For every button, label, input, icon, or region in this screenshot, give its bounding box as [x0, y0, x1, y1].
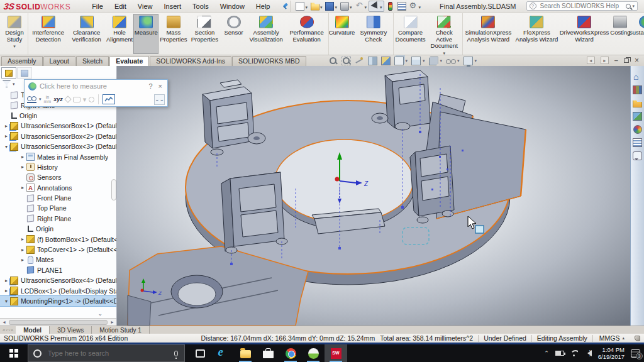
app-chrome[interactable]	[279, 344, 302, 362]
ribbon-button-simulationxpress-analysis-wizard[interactable]: SimulationXpress Analysis Wizard	[464, 14, 513, 54]
expander-expand-icon[interactable]	[19, 257, 26, 263]
doc-tab-3d-views[interactable]: 3D Views	[50, 326, 92, 334]
previous-document-button[interactable]: ◂	[587, 57, 595, 64]
ribbon-button-section-properties[interactable]: Section Properties	[188, 14, 221, 54]
view-settings-icon[interactable]	[464, 57, 473, 65]
expander-expand-icon[interactable]	[3, 123, 10, 129]
tree-item-right-plane[interactable]: Right Plane	[0, 214, 116, 224]
tree-scroll-down-icon[interactable]: ⌄	[97, 310, 103, 317]
tree-item-mates-in-final-assembly[interactable]: Mates in Final Assembly	[0, 151, 116, 162]
expander-expand-icon[interactable]	[19, 236, 26, 242]
ribbon-button-interference-detection[interactable]: Interference Detection	[29, 14, 67, 54]
tree-item-ultrasonicsensorbox-1-default-d[interactable]: UltrasonicSensorBox<1> (Default<D	[0, 121, 116, 131]
ribbon-button-performance-evaluation[interactable]: Performance Evaluation	[286, 14, 328, 54]
home-icon[interactable]	[633, 72, 642, 81]
expander-expand-icon[interactable]	[19, 164, 26, 170]
expander-expand-icon[interactable]	[3, 133, 10, 139]
tree-item-annotations[interactable]: Annotations	[0, 183, 116, 193]
arc-measure-icon[interactable]	[27, 96, 36, 103]
settings-button[interactable]	[408, 1, 423, 11]
help-search[interactable]: ? ▾	[526, 1, 638, 11]
zoom-fit-icon[interactable]	[328, 57, 338, 65]
previous-view-icon[interactable]	[355, 57, 364, 65]
scrollbar-thumb[interactable]	[9, 320, 108, 325]
scene-pages-icon[interactable]	[394, 57, 404, 65]
start-button[interactable]	[0, 344, 28, 362]
tree-item-front-plane[interactable]: Front Plane	[0, 193, 116, 203]
custom-properties-icon[interactable]	[633, 138, 642, 147]
taskbar-search-input[interactable]	[47, 349, 169, 358]
menu-insert[interactable]: Insert	[159, 1, 187, 11]
tab-assembly[interactable]: Assembly	[1, 56, 43, 66]
last-tab-icon[interactable]: »	[11, 327, 13, 333]
ribbon-button-compare-documents[interactable]: Compare Documents	[394, 14, 426, 54]
notification-center-icon[interactable]: 3	[631, 349, 640, 358]
display-style-icon[interactable]	[429, 57, 438, 65]
measure-help-icon[interactable]: ?	[147, 82, 153, 90]
document-minimize-button[interactable]: –	[614, 57, 618, 64]
ribbon-button-hole-alignment[interactable]: Hole Alignment	[106, 14, 133, 54]
scroll-right-icon[interactable]: ▸	[108, 319, 116, 325]
microphone-icon[interactable]	[174, 351, 178, 356]
view-orientation-icon[interactable]	[411, 57, 421, 65]
tree-item-ultrasonicsensorbox-2-default-d[interactable]: UltrasonicSensorBox<2> (Default<D	[0, 131, 116, 141]
volume-icon[interactable]	[584, 350, 592, 356]
first-tab-icon[interactable]: «	[3, 327, 5, 333]
tree-item-topcover-1-default-de[interactable]: TopCover<1> -> (Default<<De	[0, 244, 116, 255]
next-tab-icon[interactable]: ›	[8, 327, 10, 333]
arc-measure-caret-icon[interactable]: ▾	[39, 97, 42, 102]
document-close-button[interactable]: ×	[635, 56, 639, 65]
tab-solidworks-add-ins[interactable]: SOLIDWORKS Add-Ins	[150, 56, 231, 66]
tree-item-mates[interactable]: Mates	[0, 255, 116, 265]
app-file-explorer[interactable]	[234, 344, 257, 362]
menu-file[interactable]: File	[87, 1, 108, 11]
app-edge[interactable]	[211, 344, 234, 362]
battery-icon[interactable]	[555, 351, 564, 356]
expander-expand-icon[interactable]	[19, 247, 26, 253]
tab-property-manager[interactable]	[17, 67, 32, 79]
tab-evaluate[interactable]: Evaluate	[109, 56, 149, 66]
design-library-icon[interactable]	[633, 99, 642, 107]
ribbon-button-curvature[interactable]: Curvature	[330, 14, 355, 54]
app-task-view[interactable]	[189, 344, 211, 362]
save-button[interactable]	[324, 1, 338, 11]
prev-tab-icon[interactable]: ‹	[6, 327, 8, 333]
graphics-viewport[interactable]: Z Z	[117, 66, 630, 326]
ribbon-button-floxpress-analysis-wizard[interactable]: FloXpress Analysis Wizard	[513, 14, 560, 54]
dropdown-caret-icon[interactable]: ▾	[406, 58, 408, 63]
appearance-paint-icon[interactable]	[381, 57, 391, 65]
measurement-history-icon[interactable]	[103, 94, 115, 104]
app-sphero[interactable]	[302, 344, 325, 362]
tree-item-origin[interactable]: Origin	[0, 224, 116, 234]
tree-item-plane1[interactable]: PLANE1	[0, 265, 116, 275]
tree-item-origin[interactable]: Origin	[0, 111, 116, 121]
ribbon-button-mass-properties[interactable]: Mass Properties	[158, 14, 188, 54]
ribbon-button-sustainability[interactable]: Sustainability	[633, 14, 644, 54]
tree-horizontal-scrollbar[interactable]: ◂ ▸	[0, 318, 116, 326]
ribbon-button-check-active-document[interactable]: Check Active Document	[426, 14, 462, 54]
ribbon-button-clearance-verification[interactable]: Clearance Verification	[67, 14, 106, 54]
rebuild-button[interactable]	[385, 1, 396, 11]
delta-xyz-icon[interactable]: xyz	[53, 96, 63, 103]
new-button[interactable]	[294, 1, 309, 11]
app-solidworks[interactable]	[325, 344, 347, 362]
doc-tab-model[interactable]: Model	[16, 326, 50, 334]
ribbon-button-design-study[interactable]: Design Study	[2, 14, 27, 54]
tree-item-sensors[interactable]: Sensors	[0, 172, 116, 182]
ribbon-button-driveworksxpress-wizard[interactable]: DriveWorksXpress Wizard	[560, 14, 608, 54]
appearances-icon[interactable]	[633, 125, 642, 134]
scroll-left-icon[interactable]: ◂	[0, 319, 8, 325]
clock[interactable]: 1:04 PM 6/19/2017	[598, 346, 625, 360]
ribbon-button-assembly-visualization[interactable]: Assembly Visualization	[247, 14, 286, 54]
zoom-area-icon[interactable]	[341, 57, 351, 65]
filter-icon[interactable]	[3, 80, 11, 87]
tree-item-f-bottombox-1-default-d[interactable]: (f) BottomBox<1> (Default<<D	[0, 234, 116, 244]
dropdown-caret-icon[interactable]: ▾	[475, 58, 477, 63]
tree-item-ultrasonicsensorbox-4-default-d[interactable]: UltrasonicSensorBox<4> (Default<D	[0, 275, 116, 285]
ribbon-button-symmetry-check[interactable]: Symmetry Check	[355, 14, 392, 54]
file-explorer-icon[interactable]	[633, 112, 642, 121]
resources-icon[interactable]	[633, 85, 642, 94]
tab-sketch[interactable]: Sketch	[76, 56, 109, 66]
undo-button[interactable]	[354, 1, 369, 11]
menu-tools[interactable]: Tools	[187, 1, 214, 11]
